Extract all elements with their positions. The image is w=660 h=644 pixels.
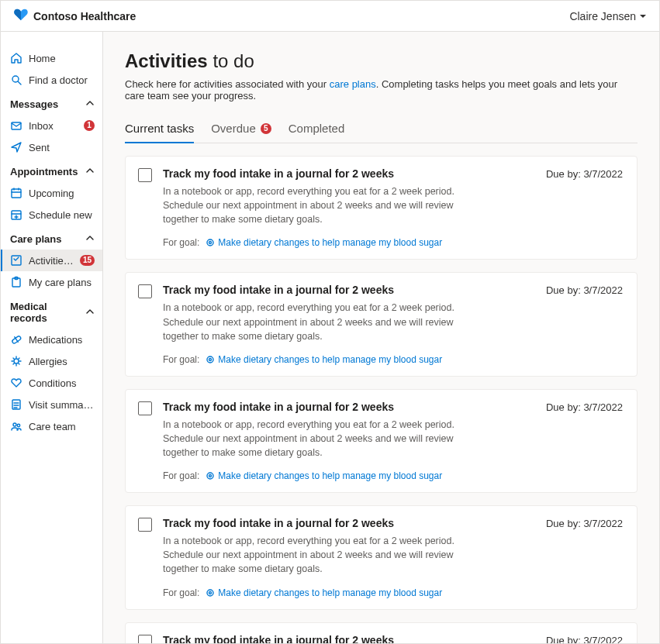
task-description: In a notebook or app, record everything … (163, 301, 473, 343)
task-goal-link[interactable]: Make dietary changes to help manage my b… (206, 470, 442, 481)
clipboard-icon (10, 276, 22, 288)
tab-label: Completed (289, 122, 345, 135)
brand-name: Contoso Healthcare (33, 10, 136, 22)
sidebar-item-my-care-plans[interactable]: My care plans (1, 271, 102, 293)
svg-point-15 (209, 358, 212, 360)
svg-point-13 (209, 242, 212, 244)
calendar-icon (10, 187, 22, 199)
sidebar-item-visit-summaries[interactable]: Visit summaries (1, 394, 102, 415)
sidebar-item-label: Schedule new (29, 209, 95, 221)
sidebar-item-label: Home (29, 53, 95, 64)
page-subtitle: Check here for activities associated wit… (125, 78, 638, 102)
page-title-bold: Activities (125, 50, 208, 71)
search-person-icon (10, 74, 22, 86)
task-checkbox[interactable] (138, 635, 152, 644)
task-goal-link[interactable]: Make dietary changes to help manage my b… (206, 237, 442, 248)
task-goal-label: For goal: (163, 354, 199, 365)
subtitle-text-a: Check here for activities associated wit… (125, 78, 330, 90)
calendar-add-icon (10, 208, 22, 221)
task-description: In a notebook or app, record everything … (163, 184, 473, 226)
tab-current-tasks[interactable]: Current tasks (125, 117, 194, 143)
chevron-up-icon (85, 233, 95, 245)
people-icon (10, 420, 22, 432)
sidebar-item-label: Care team (29, 421, 95, 432)
task-goal-link-text: Make dietary changes to help manage my b… (218, 354, 442, 365)
task-title: Track my food intake in a journal for 2 … (163, 167, 537, 180)
task-goal-link[interactable]: Make dietary changes to help manage my b… (206, 354, 442, 365)
heart-logo-icon (13, 8, 29, 24)
sidebar-item-label: Conditions (29, 377, 95, 389)
svg-point-16 (207, 473, 213, 479)
sidebar-item-find-doctor[interactable]: Find a doctor (1, 69, 102, 91)
sidebar-item-inbox[interactable]: Inbox 1 (1, 115, 102, 136)
inbox-badge: 1 (84, 120, 95, 131)
task-card: Track my food intake in a journal for 2 … (125, 505, 638, 609)
sidebar-item-schedule-new[interactable]: Schedule new (1, 204, 102, 226)
task-goal-link[interactable]: Make dietary changes to help manage my b… (206, 587, 442, 598)
task-checkbox[interactable] (138, 168, 152, 182)
task-checkbox[interactable] (138, 401, 152, 415)
chevron-up-icon (85, 98, 95, 110)
user-name: Claire Jensen (569, 10, 636, 22)
sidebar-item-label: Find a doctor (29, 74, 95, 86)
app-header: Contoso Healthcare Claire Jensen (1, 1, 659, 32)
activities-badge: 15 (80, 255, 95, 266)
send-icon (10, 141, 22, 153)
task-goal-link-text: Make dietary changes to help manage my b… (218, 470, 442, 481)
sidebar-item-label: Upcoming (29, 188, 95, 199)
sidebar-item-label: Medications (29, 334, 95, 346)
user-menu[interactable]: Claire Jensen (569, 10, 647, 22)
sidebar-item-medications[interactable]: Medications (1, 329, 102, 350)
task-title: Track my food intake in a journal for 2 … (163, 517, 537, 529)
svg-point-12 (207, 239, 213, 246)
sidebar-section-appointments[interactable]: Appointments (1, 158, 102, 182)
care-plans-link[interactable]: care plans (330, 78, 376, 90)
sidebar-item-label: Allergies (29, 356, 95, 367)
heart-icon (10, 377, 22, 389)
task-card: Track my food intake in a journal for 2 … (125, 389, 638, 493)
task-card: Track my food intake in a journal for 2 … (125, 622, 638, 644)
sidebar-item-home[interactable]: Home (1, 47, 102, 69)
tab-completed[interactable]: Completed (289, 117, 345, 143)
sidebar-item-upcoming[interactable]: Upcoming (1, 182, 102, 204)
task-card: Track my food intake in a journal for 2 … (125, 272, 638, 376)
task-due-date: Due by: 3/7/2022 (546, 284, 623, 296)
sidebar-item-care-team[interactable]: Care team (1, 415, 102, 437)
svg-rect-4 (12, 256, 21, 265)
task-goal-link-text: Make dietary changes to help manage my b… (218, 587, 442, 598)
sidebar-item-allergies[interactable]: Allergies (1, 350, 102, 372)
tab-overdue[interactable]: Overdue 5 (211, 117, 271, 143)
task-checkbox[interactable] (138, 284, 152, 298)
tab-label: Current tasks (125, 122, 194, 135)
section-title: Care plans (10, 233, 85, 245)
sidebar-section-messages[interactable]: Messages (1, 91, 102, 115)
task-card: Track my food intake in a journal for 2 … (125, 156, 638, 260)
task-description: In a notebook or app, record everything … (163, 534, 473, 576)
task-due-date: Due by: 3/7/2022 (546, 401, 623, 413)
section-title: Medical records (10, 301, 85, 324)
sidebar-section-care-plans[interactable]: Care plans (1, 226, 102, 250)
overdue-badge: 5 (261, 123, 271, 134)
home-icon (10, 52, 22, 64)
task-title: Track my food intake in a journal for 2 … (163, 284, 537, 296)
svg-rect-2 (12, 189, 21, 198)
sidebar-item-conditions[interactable]: Conditions (1, 372, 102, 394)
chevron-up-icon (85, 166, 95, 177)
tabs: Current tasks Overdue 5 Completed (125, 117, 638, 143)
sidebar-item-sent[interactable]: Sent (1, 136, 102, 158)
task-goal-label: For goal: (163, 237, 199, 248)
brand-logo[interactable]: Contoso Healthcare (13, 8, 136, 24)
main-content: Activities to do Check here for activiti… (103, 32, 659, 643)
sidebar-section-medical-records[interactable]: Medical records (1, 293, 102, 329)
task-goal-link-text: Make dietary changes to help manage my b… (218, 237, 442, 248)
caret-down-icon (639, 10, 647, 22)
section-title: Messages (10, 98, 85, 110)
sidebar-item-label: Sent (29, 142, 95, 153)
page-title-rest: to do (208, 50, 254, 71)
sidebar-item-activities[interactable]: Activities to do 15 (1, 250, 102, 271)
task-list: Track my food intake in a journal for 2 … (125, 156, 638, 643)
task-checkbox[interactable] (138, 518, 152, 532)
sidebar: Home Find a doctor Messages Inbox 1 (1, 32, 103, 643)
section-title: Appointments (10, 166, 85, 177)
task-title: Track my food intake in a journal for 2 … (163, 634, 537, 644)
